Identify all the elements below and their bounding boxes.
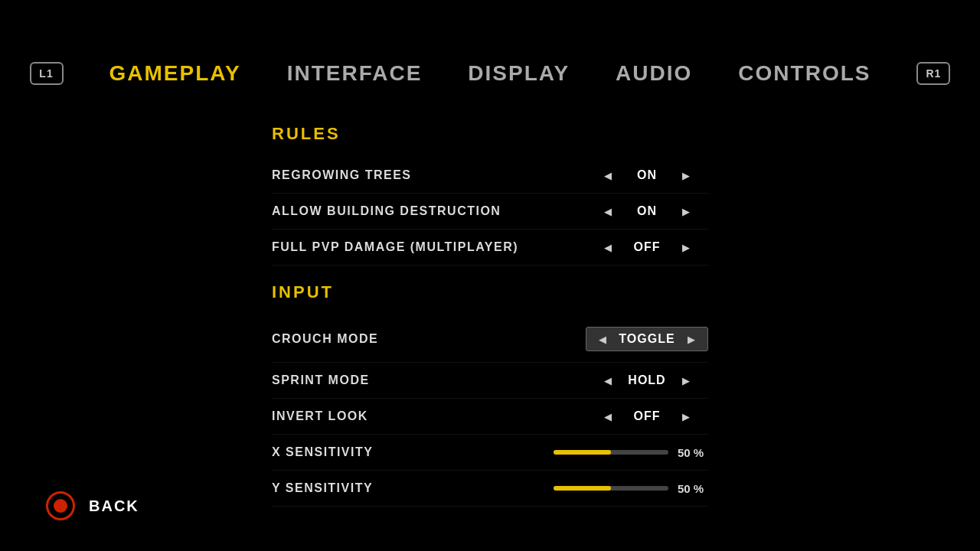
top-navigation: L1 GAMEPLAY INTERFACE DISPLAY AUDIO CONT…	[0, 0, 980, 109]
invert-look-control[interactable]: OFF	[586, 409, 708, 423]
sprint-mode-label: SPRINT MODE	[272, 373, 370, 387]
full-pvp-damage-label: FULL PVP DAMAGE (MULTIPLAYER)	[272, 240, 518, 254]
invert-look-right-arrow[interactable]	[682, 410, 690, 422]
nav-button-r1[interactable]: R1	[916, 62, 950, 85]
crouch-mode-label: CROUCH MODE	[272, 332, 378, 346]
x-sensitivity-fill	[554, 450, 611, 455]
tab-gameplay[interactable]: GAMEPLAY	[109, 61, 241, 86]
full-pvp-damage-control[interactable]: OFF	[586, 240, 708, 254]
setting-y-sensitivity: Y SENSITIVITY 50 %	[272, 471, 708, 507]
section-title-rules: RULES	[272, 124, 708, 144]
sprint-mode-value: HOLD	[624, 373, 670, 387]
allow-building-destruction-right-arrow[interactable]	[682, 205, 690, 217]
setting-full-pvp-damage: FULL PVP DAMAGE (MULTIPLAYER) OFF	[272, 230, 708, 266]
tab-audio[interactable]: AUDIO	[616, 61, 692, 86]
y-sensitivity-fill	[554, 486, 611, 491]
setting-regrowing-trees: REGROWING TREES ON	[272, 158, 708, 194]
setting-crouch-mode: CROUCH MODE TOGGLE	[272, 316, 708, 363]
crouch-mode-right-arrow[interactable]	[688, 333, 695, 345]
back-label: BACK	[89, 497, 139, 515]
setting-allow-building-destruction: ALLOW BUILDING DESTRUCTION ON	[272, 194, 708, 230]
y-sensitivity-value: 50 %	[678, 482, 708, 495]
x-sensitivity-label: X SENSITIVITY	[272, 445, 373, 459]
allow-building-destruction-left-arrow[interactable]	[604, 205, 612, 217]
l1-label: L1	[39, 67, 53, 80]
setting-x-sensitivity: X SENSITIVITY 50 %	[272, 435, 708, 471]
x-sensitivity-value: 50 %	[678, 446, 708, 459]
invert-look-value: OFF	[624, 409, 670, 423]
crouch-mode-value: TOGGLE	[619, 332, 675, 346]
regrowing-trees-right-arrow[interactable]	[682, 169, 690, 181]
settings-content: RULES REGROWING TREES ON ALLOW BUILDING …	[0, 109, 980, 507]
crouch-mode-left-arrow[interactable]	[599, 333, 606, 345]
full-pvp-damage-left-arrow[interactable]	[604, 241, 612, 253]
setting-invert-look: INVERT LOOK OFF	[272, 399, 708, 435]
back-icon	[46, 491, 75, 520]
allow-building-destruction-label: ALLOW BUILDING DESTRUCTION	[272, 204, 501, 218]
setting-sprint-mode: SPRINT MODE HOLD	[272, 363, 708, 399]
y-sensitivity-control[interactable]: 50 %	[554, 482, 708, 495]
regrowing-trees-value: ON	[624, 168, 670, 182]
allow-building-destruction-value: ON	[624, 204, 670, 218]
back-button[interactable]: BACK	[46, 491, 139, 520]
allow-building-destruction-control[interactable]: ON	[586, 204, 708, 218]
back-icon-inner	[54, 499, 67, 513]
regrowing-trees-left-arrow[interactable]	[604, 169, 612, 181]
tab-controls[interactable]: CONTROLS	[738, 61, 871, 86]
full-pvp-damage-value: OFF	[624, 240, 670, 254]
regrowing-trees-control[interactable]: ON	[586, 168, 708, 182]
tab-display[interactable]: DISPLAY	[468, 61, 570, 86]
sprint-mode-control[interactable]: HOLD	[586, 373, 708, 387]
crouch-mode-control[interactable]: TOGGLE	[586, 327, 708, 351]
sprint-mode-right-arrow[interactable]	[682, 374, 690, 386]
y-sensitivity-track[interactable]	[554, 486, 668, 491]
invert-look-label: INVERT LOOK	[272, 409, 368, 423]
invert-look-left-arrow[interactable]	[604, 410, 612, 422]
sprint-mode-left-arrow[interactable]	[604, 374, 612, 386]
x-sensitivity-track[interactable]	[554, 450, 668, 455]
r1-label: R1	[926, 67, 942, 80]
y-sensitivity-label: Y SENSITIVITY	[272, 481, 373, 495]
full-pvp-damage-right-arrow[interactable]	[682, 241, 690, 253]
regrowing-trees-label: REGROWING TREES	[272, 168, 412, 182]
tab-interface[interactable]: INTERFACE	[287, 61, 423, 86]
x-sensitivity-control[interactable]: 50 %	[554, 446, 708, 459]
nav-button-l1[interactable]: L1	[30, 62, 64, 85]
section-title-input: INPUT	[272, 282, 708, 302]
